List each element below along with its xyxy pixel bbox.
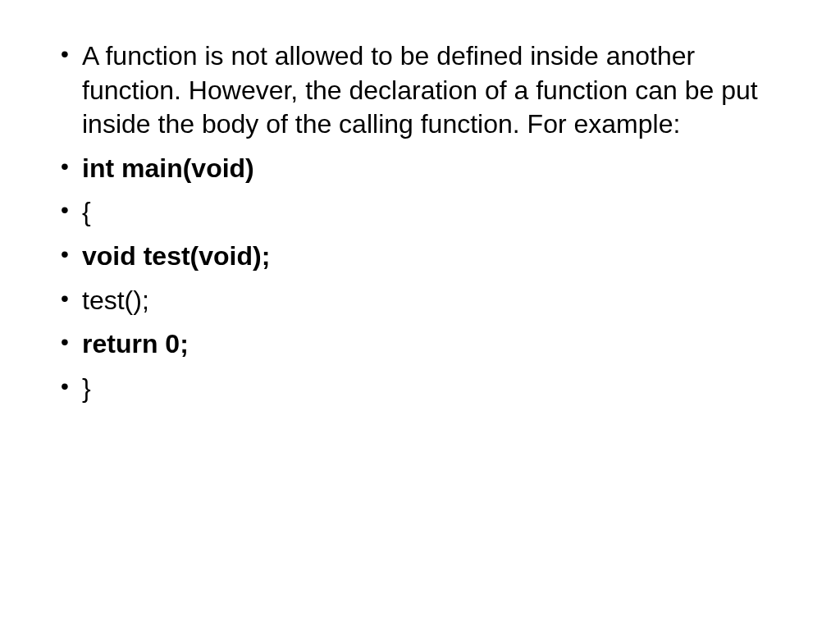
list-item: } bbox=[57, 372, 791, 406]
bullet-list: A function is not allowed to be defined … bbox=[57, 39, 791, 405]
list-item: int main(void) bbox=[57, 152, 791, 186]
list-item: A function is not allowed to be defined … bbox=[57, 39, 791, 142]
bullet-text: A function is not allowed to be defined … bbox=[82, 41, 758, 139]
bullet-text: int main(void) bbox=[82, 153, 254, 183]
bullet-text: return 0; bbox=[82, 329, 189, 358]
list-item: test(); bbox=[57, 284, 791, 318]
bullet-text: { bbox=[82, 197, 91, 226]
bullet-text: test(); bbox=[82, 285, 149, 315]
bullet-text: void test(void); bbox=[82, 241, 270, 271]
bullet-text: } bbox=[82, 373, 91, 403]
list-item: void test(void); bbox=[57, 240, 791, 274]
list-item: { bbox=[57, 195, 791, 230]
list-item: return 0; bbox=[57, 327, 791, 362]
